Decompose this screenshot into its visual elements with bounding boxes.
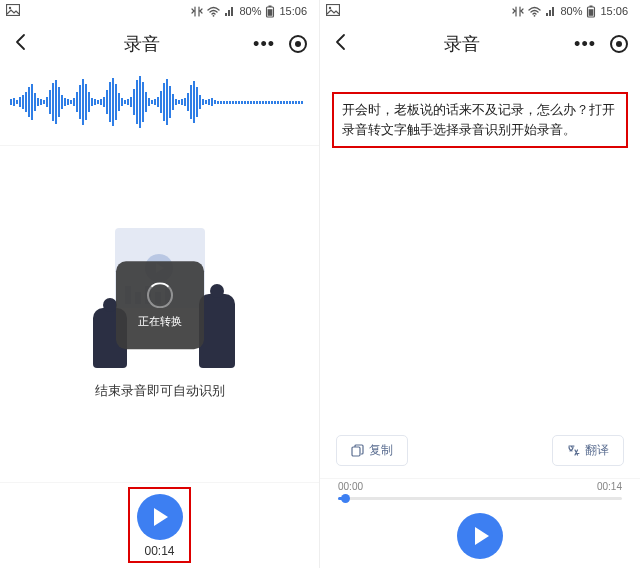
spinner-icon	[147, 282, 173, 308]
illustration-zone: 结束录音即可自动识别 正在转换	[0, 146, 319, 482]
nav-bar: 录音 •••	[320, 22, 640, 66]
status-bar: 80% 15:06	[320, 0, 640, 22]
copy-button[interactable]: 复制	[336, 435, 408, 466]
clock: 15:06	[600, 5, 628, 17]
svg-rect-6	[327, 4, 340, 15]
timer-label: 00:14	[144, 544, 174, 558]
signal-icon	[545, 6, 556, 17]
vibrate-icon	[512, 6, 524, 17]
svg-rect-12	[352, 447, 360, 456]
battery-icon	[265, 5, 275, 18]
transcript-text: 开会时，老板说的话来不及记录，怎么办？打开录音转文字触手选择录音识别开始录音。	[332, 92, 628, 148]
battery-pct: 80%	[239, 5, 261, 17]
toast-text: 正在转换	[138, 314, 182, 329]
copy-label: 复制	[369, 442, 393, 459]
play-button[interactable]	[457, 513, 503, 559]
phone-left: 80% 15:06 录音 •••	[0, 0, 320, 568]
loading-toast: 正在转换	[116, 261, 204, 349]
nav-title: 录音	[350, 32, 574, 56]
svg-rect-11	[589, 9, 594, 16]
picture-icon	[326, 4, 340, 19]
translate-label: 翻译	[585, 442, 609, 459]
more-icon[interactable]: •••	[574, 34, 596, 55]
svg-point-2	[213, 14, 215, 16]
clock: 15:06	[279, 5, 307, 17]
action-row: 复制 翻译	[320, 435, 640, 466]
playback-bar: 00:00 00:14	[320, 478, 640, 568]
nav-title: 录音	[30, 32, 253, 56]
back-icon[interactable]	[332, 33, 350, 55]
transcript-area: 开会时，老板说的话来不及记录，怎么办？打开录音转文字触手选择录音识别开始录音。 …	[320, 66, 640, 478]
illustration-caption: 结束录音即可自动识别	[95, 382, 225, 400]
play-button[interactable]	[137, 494, 183, 540]
battery-pct: 80%	[560, 5, 582, 17]
waveform	[0, 72, 319, 132]
status-bar: 80% 15:06	[0, 0, 319, 22]
svg-point-8	[534, 14, 536, 16]
battery-icon	[586, 5, 596, 18]
vibrate-icon	[191, 6, 203, 17]
wifi-icon	[528, 6, 541, 17]
picture-icon	[6, 4, 20, 19]
svg-rect-10	[590, 5, 593, 7]
phone-right: 80% 15:06 录音 ••• 开会时，老板说的话来不及记录，怎么办？打开录音…	[320, 0, 640, 568]
nav-bar: 录音 •••	[0, 22, 319, 66]
progress-slider[interactable]: 00:00 00:14	[338, 491, 622, 505]
slider-knob[interactable]	[341, 494, 350, 503]
translate-icon	[567, 444, 580, 457]
status-right: 80% 15:06	[191, 5, 307, 18]
svg-rect-0	[7, 4, 20, 15]
slider-start: 00:00	[338, 481, 363, 492]
translate-button[interactable]: 翻译	[552, 435, 624, 466]
svg-point-7	[329, 6, 331, 8]
wifi-icon	[207, 6, 220, 17]
status-right: 80% 15:06	[512, 5, 628, 18]
waveform-area	[0, 66, 319, 146]
bottom-bar: 00:14	[0, 482, 319, 568]
svg-point-1	[9, 6, 11, 8]
svg-rect-5	[268, 9, 273, 16]
target-icon[interactable]	[610, 35, 628, 53]
back-icon[interactable]	[12, 33, 30, 55]
signal-icon	[224, 6, 235, 17]
svg-rect-4	[269, 5, 272, 7]
target-icon[interactable]	[289, 35, 307, 53]
copy-icon	[351, 444, 364, 457]
slider-end: 00:14	[597, 481, 622, 492]
more-icon[interactable]: •••	[253, 34, 275, 55]
